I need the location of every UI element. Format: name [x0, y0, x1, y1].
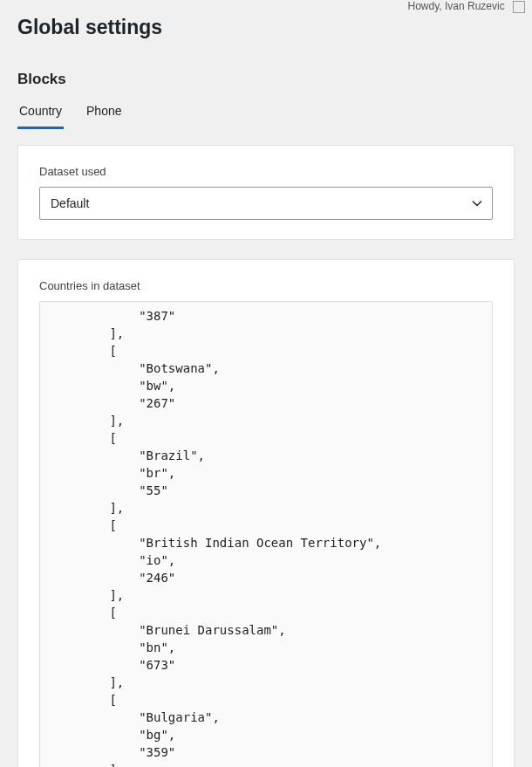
countries-json-output[interactable]: "387" ], [ "Botswana", "bw", "267" ], [ …: [39, 301, 493, 767]
dataset-card: Dataset used Default: [17, 145, 515, 240]
dataset-select-wrap: Default: [39, 187, 493, 220]
page-title: Global settings: [17, 16, 515, 39]
admin-topbar: Howdy, Ivan Ruzevic: [401, 0, 533, 13]
countries-card: Countries in dataset "387" ], [ "Botswan…: [17, 259, 515, 767]
tab-country[interactable]: Country: [17, 104, 64, 129]
tabs: Country Phone: [17, 104, 515, 129]
topbar-greeting: Howdy, Ivan Ruzevic: [408, 0, 505, 12]
countries-label: Countries in dataset: [39, 279, 493, 292]
section-title: Blocks: [17, 71, 515, 88]
dataset-select-value: Default: [51, 196, 89, 210]
dataset-select[interactable]: Default: [39, 187, 493, 220]
tab-phone[interactable]: Phone: [85, 104, 123, 129]
dataset-label: Dataset used: [39, 165, 493, 178]
avatar[interactable]: [513, 1, 525, 13]
page-container: Global settings Blocks Country Phone Dat…: [0, 0, 532, 767]
